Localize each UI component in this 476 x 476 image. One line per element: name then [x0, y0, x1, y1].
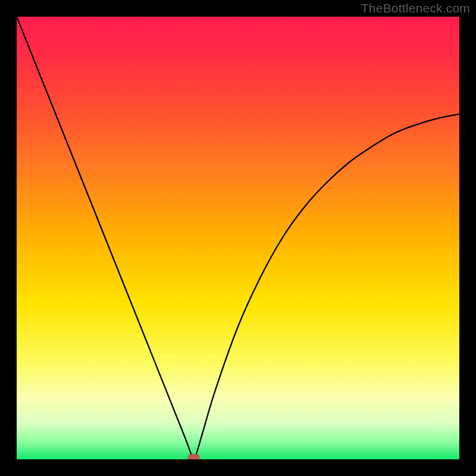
chart-svg: [17, 17, 459, 459]
minimum-marker: [188, 454, 200, 459]
plot-area: [17, 17, 459, 459]
watermark-text: TheBottleneck.com: [361, 1, 470, 15]
chart-frame: TheBottleneck.com: [0, 0, 476, 476]
gradient-background: [17, 17, 459, 459]
